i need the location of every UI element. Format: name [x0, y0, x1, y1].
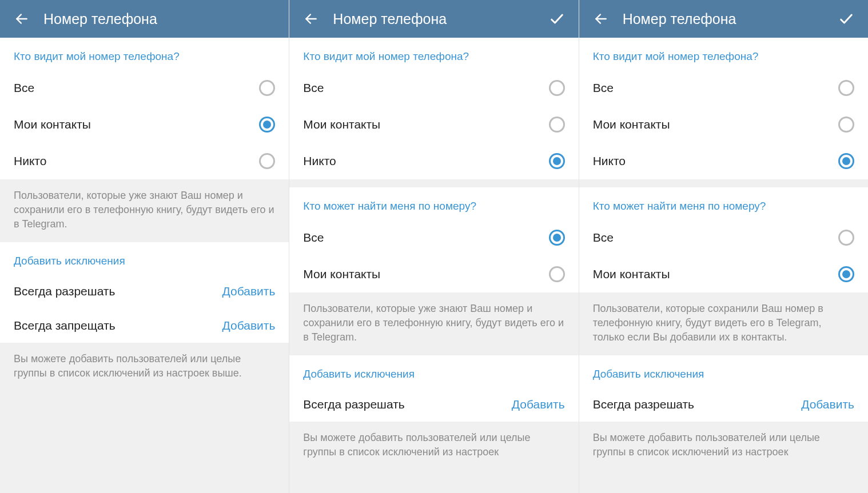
- radio-option[interactable]: Все: [579, 70, 868, 106]
- radio-option-label: Никто: [14, 154, 46, 168]
- radio-section: Кто видит мой номер телефона?ВсеМои конт…: [579, 38, 868, 179]
- hint-text: Вы можете добавить пользователей или цел…: [579, 422, 868, 470]
- radio-option[interactable]: Никто: [0, 143, 289, 179]
- radio-option-label: Мои контакты: [593, 267, 670, 281]
- exception-row[interactable]: Всегда разрешатьДобавить: [579, 387, 868, 422]
- exception-row[interactable]: Всегда разрешатьДобавить: [289, 387, 578, 422]
- radio-option[interactable]: Мои контакты: [579, 256, 868, 292]
- confirm-check-icon[interactable]: [546, 7, 568, 30]
- radio-option[interactable]: Мои контакты: [579, 106, 868, 143]
- content-area: Кто видит мой номер телефона?ВсеМои конт…: [579, 38, 868, 493]
- exception-label: Всегда разрешать: [593, 398, 694, 411]
- radio-section: Кто может найти меня по номеру?ВсеМои ко…: [579, 187, 868, 292]
- radio-button-icon[interactable]: [838, 153, 854, 169]
- exception-label: Всегда разрешать: [303, 398, 404, 411]
- radio-option-label: Все: [593, 231, 614, 245]
- add-button[interactable]: Добавить: [512, 398, 565, 411]
- actions-section: Добавить исключенияВсегда разрешатьДобав…: [0, 242, 289, 343]
- radio-button-icon[interactable]: [549, 230, 565, 246]
- radio-button-icon[interactable]: [838, 230, 854, 246]
- screen: Номер телефонаКто видит мой номер телефо…: [0, 0, 289, 493]
- radio-option[interactable]: Мои контакты: [289, 256, 578, 292]
- add-button[interactable]: Добавить: [222, 319, 276, 332]
- back-arrow-icon[interactable]: [300, 7, 322, 30]
- content-area: Кто видит мой номер телефона?ВсеМои конт…: [289, 38, 578, 493]
- radio-button-icon[interactable]: [549, 153, 565, 169]
- radio-button-icon[interactable]: [838, 80, 854, 96]
- app-header: Номер телефона: [289, 0, 578, 38]
- content-area: Кто видит мой номер телефона?ВсеМои конт…: [0, 38, 289, 493]
- exception-row[interactable]: Всегда разрешатьДобавить: [0, 274, 289, 308]
- radio-option[interactable]: Все: [579, 219, 868, 256]
- radio-option[interactable]: Никто: [289, 143, 578, 179]
- radio-button-icon[interactable]: [549, 117, 565, 133]
- radio-option-label: Все: [593, 81, 614, 95]
- hint-text: Пользователи, которые уже знают Ваш номе…: [0, 179, 289, 242]
- hint-text: Пользователи, которые сохранили Ваш номе…: [579, 292, 868, 355]
- radio-section: Кто может найти меня по номеру?ВсеМои ко…: [289, 187, 578, 292]
- exception-label: Всегда запрещать: [14, 319, 116, 332]
- exception-row[interactable]: Всегда запрещатьДобавить: [0, 308, 289, 343]
- radio-option-label: Все: [303, 81, 324, 95]
- radio-option-label: Мои контакты: [14, 118, 91, 131]
- add-button[interactable]: Добавить: [222, 284, 276, 298]
- screen: Номер телефонаКто видит мой номер телефо…: [579, 0, 868, 493]
- section-header: Добавить исключения: [579, 355, 868, 387]
- app-header: Номер телефона: [0, 0, 289, 38]
- radio-button-icon[interactable]: [259, 153, 275, 169]
- section-header: Добавить исключения: [0, 242, 289, 274]
- radio-option-label: Никто: [593, 154, 626, 168]
- radio-option[interactable]: Мои контакты: [0, 106, 289, 143]
- app-header: Номер телефона: [579, 0, 868, 38]
- radio-option[interactable]: Все: [289, 70, 578, 106]
- add-button[interactable]: Добавить: [801, 398, 854, 411]
- radio-section: Кто видит мой номер телефона?ВсеМои конт…: [0, 38, 289, 179]
- radio-option-label: Все: [303, 231, 324, 245]
- radio-option-label: Никто: [303, 154, 336, 168]
- section-header: Добавить исключения: [289, 355, 578, 387]
- radio-button-icon[interactable]: [549, 80, 565, 96]
- radio-button-icon[interactable]: [259, 80, 275, 96]
- section-header: Кто может найти меня по номеру?: [289, 187, 578, 219]
- back-arrow-icon[interactable]: [10, 7, 33, 30]
- actions-section: Добавить исключенияВсегда разрешатьДобав…: [289, 355, 578, 422]
- radio-button-icon[interactable]: [838, 266, 854, 282]
- hint-text: Вы можете добавить пользователей или цел…: [0, 343, 289, 391]
- exception-label: Всегда разрешать: [14, 284, 115, 298]
- section-header: Кто видит мой номер телефона?: [289, 38, 578, 70]
- radio-option-label: Мои контакты: [303, 118, 380, 131]
- back-arrow-icon[interactable]: [590, 7, 612, 30]
- radio-button-icon[interactable]: [549, 266, 565, 282]
- screen: Номер телефонаКто видит мой номер телефо…: [289, 0, 578, 493]
- page-title: Номер телефона: [623, 11, 835, 27]
- radio-button-icon[interactable]: [838, 117, 854, 133]
- radio-button-icon[interactable]: [259, 117, 275, 133]
- radio-option-label: Все: [14, 81, 34, 95]
- radio-option[interactable]: Все: [289, 219, 578, 256]
- actions-section: Добавить исключенияВсегда разрешатьДобав…: [579, 355, 868, 422]
- page-title: Номер телефона: [333, 11, 545, 27]
- radio-section: Кто видит мой номер телефона?ВсеМои конт…: [289, 38, 578, 179]
- confirm-check-icon[interactable]: [835, 7, 858, 30]
- radio-option[interactable]: Никто: [579, 143, 868, 179]
- section-header: Кто может найти меня по номеру?: [579, 187, 868, 219]
- radio-option[interactable]: Все: [0, 70, 289, 106]
- hint-text: Вы можете добавить пользователей или цел…: [289, 422, 578, 470]
- radio-option-label: Мои контакты: [303, 267, 380, 281]
- radio-option-label: Мои контакты: [593, 118, 670, 131]
- page-title: Номер телефона: [43, 11, 278, 27]
- hint-text: Пользователи, которые уже знают Ваш номе…: [289, 292, 578, 355]
- section-header: Кто видит мой номер телефона?: [0, 38, 289, 70]
- radio-option[interactable]: Мои контакты: [289, 106, 578, 143]
- section-header: Кто видит мой номер телефона?: [579, 38, 868, 70]
